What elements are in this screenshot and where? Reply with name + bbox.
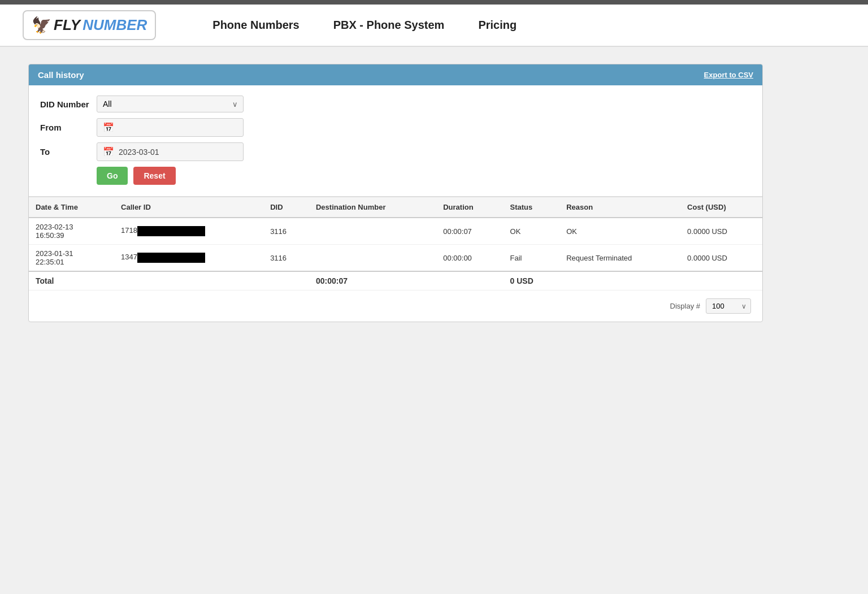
table-body: 2023-02-13 16:50:39 1718 3116 00:00:07 O…: [29, 218, 762, 290]
cell-did: 3116: [263, 245, 309, 272]
total-empty-status-col: [436, 271, 503, 290]
to-calendar-icon[interactable]: 📅: [103, 146, 114, 157]
call-history-panel: Call history Export to CSV DID Number Al…: [28, 64, 763, 322]
from-calendar-icon[interactable]: 📅: [103, 122, 114, 133]
main-content: Call history Export to CSV DID Number Al…: [0, 47, 868, 339]
cell-status: Fail: [504, 245, 560, 272]
table-row: 2023-02-13 16:50:39 1718 3116 00:00:07 O…: [29, 218, 762, 245]
cell-destination: [309, 218, 436, 245]
total-empty-reason: [559, 271, 680, 290]
total-empty-did: [263, 271, 309, 290]
logo-box: 🦅 FLYNUMBER: [23, 10, 156, 40]
total-label: Total: [29, 271, 114, 290]
row1-date: 2023-02-13: [36, 223, 107, 231]
did-select[interactable]: All: [97, 96, 244, 112]
col-status: Status: [504, 197, 560, 218]
cell-callerid: 1718: [114, 218, 263, 245]
display-label: Display #: [670, 302, 700, 310]
row1-did-suffix: 3116: [270, 227, 287, 236]
cell-did: 3116: [263, 218, 309, 245]
call-history-table: Date & Time Caller ID DID Destination Nu…: [29, 197, 762, 290]
panel-title: Call history: [38, 70, 84, 80]
row2-time: 22:35:01: [36, 258, 107, 266]
cell-duration: 00:00:07: [436, 218, 503, 245]
to-date-value: 2023-03-01: [119, 148, 159, 157]
cell-cost: 0.0000 USD: [680, 218, 762, 245]
col-did: DID: [263, 197, 309, 218]
col-duration: Duration: [436, 197, 503, 218]
panel-header: Call history Export to CSV: [29, 64, 762, 85]
filter-buttons-row: Go Reset: [40, 167, 751, 185]
total-cost: 0 USD: [504, 271, 560, 290]
total-empty-callerid: [114, 271, 263, 290]
total-empty-cost: [680, 271, 762, 290]
reset-button[interactable]: Reset: [133, 167, 175, 185]
row2-did-suffix: 3116: [270, 254, 287, 262]
row1-callerid-prefix: 1718: [121, 226, 137, 235]
header: 🦅 FLYNUMBER Phone Numbers PBX - Phone Sy…: [0, 5, 868, 47]
logo-wings-icon: 🦅: [32, 16, 51, 34]
main-nav: Phone Numbers PBX - Phone System Pricing: [212, 19, 517, 32]
row2-date: 2023-01-31: [36, 249, 107, 258]
row1-time: 16:50:39: [36, 231, 107, 240]
to-label: To: [40, 147, 91, 157]
filter-form: DID Number All From 📅 To 📅: [29, 85, 762, 197]
nav-pricing[interactable]: Pricing: [478, 19, 517, 32]
row1-callerid-redacted: [137, 226, 205, 236]
top-bar: [0, 0, 868, 5]
nav-phone-numbers[interactable]: Phone Numbers: [212, 19, 299, 32]
cell-reason: OK: [559, 218, 680, 245]
total-row: Total 00:00:07 0 USD: [29, 271, 762, 290]
cell-destination: [309, 245, 436, 272]
from-label: From: [40, 123, 91, 132]
table-row: 2023-01-31 22:35:01 1347 3116 00:00:00 F…: [29, 245, 762, 272]
did-label: DID Number: [40, 99, 91, 109]
to-date-input[interactable]: 📅 2023-03-01: [97, 142, 244, 161]
cell-callerid: 1347: [114, 245, 263, 272]
did-filter-row: DID Number All: [40, 96, 751, 112]
from-date-input[interactable]: 📅: [97, 118, 244, 137]
col-datetime: Date & Time: [29, 197, 114, 218]
table-header-row: Date & Time Caller ID DID Destination Nu…: [29, 197, 762, 218]
from-filter-row: From 📅: [40, 118, 751, 137]
display-select-wrapper: 25 50 100 250: [706, 298, 751, 314]
cell-datetime: 2023-02-13 16:50:39: [29, 218, 114, 245]
did-select-wrapper: All: [97, 96, 244, 112]
cell-status: OK: [504, 218, 560, 245]
logo-number-text: NUMBER: [83, 16, 147, 34]
total-duration: 00:00:07: [309, 271, 436, 290]
table-header: Date & Time Caller ID DID Destination Nu…: [29, 197, 762, 218]
row2-callerid-redacted: [137, 253, 205, 263]
go-button[interactable]: Go: [97, 167, 128, 185]
logo-fly-text: FLY: [54, 16, 80, 34]
col-callerid: Caller ID: [114, 197, 263, 218]
display-select[interactable]: 25 50 100 250: [706, 298, 751, 314]
logo-area: 🦅 FLYNUMBER: [23, 10, 156, 40]
cell-duration: 00:00:00: [436, 245, 503, 272]
cell-datetime: 2023-01-31 22:35:01: [29, 245, 114, 272]
row2-callerid-prefix: 1347: [121, 253, 137, 261]
cell-cost: 0.0000 USD: [680, 245, 762, 272]
col-cost: Cost (USD): [680, 197, 762, 218]
to-filter-row: To 📅 2023-03-01: [40, 142, 751, 161]
panel-footer: Display # 25 50 100 250: [29, 290, 762, 322]
col-reason: Reason: [559, 197, 680, 218]
cell-reason: Request Terminated: [559, 245, 680, 272]
export-csv-button[interactable]: Export to CSV: [704, 71, 753, 79]
nav-pbx[interactable]: PBX - Phone System: [333, 19, 445, 32]
col-destination: Destination Number: [309, 197, 436, 218]
